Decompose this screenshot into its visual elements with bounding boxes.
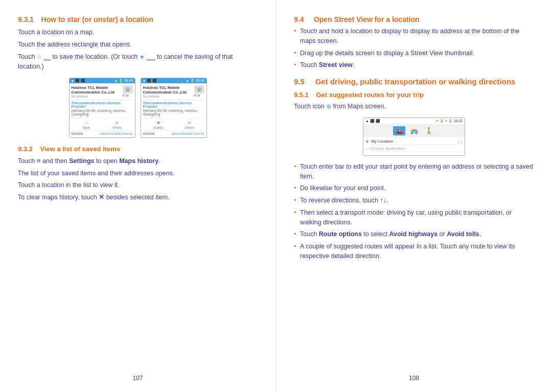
save-star-icon: ☆	[37, 53, 42, 61]
website-label-right: Website	[143, 132, 155, 135]
service-provider-left: Telecommunications Service Provider	[72, 101, 133, 108]
status-icons-left: ▲ ⬛ ⬛	[71, 79, 86, 83]
bullets-after-nav: Touch enter bar to edit your start point…	[294, 162, 534, 261]
biz-reviews-left: No reviews	[72, 95, 123, 98]
bullet-94-2: Drag up the details screen to display a …	[294, 49, 534, 58]
biz-name-right: Huizhou TCL Mobile Communication Co.,Ltd…	[143, 85, 194, 95]
para-951-suffix: from Maps screen.	[333, 103, 386, 110]
section-931-number: 9.3.1	[18, 15, 34, 24]
bullet-nav-3: To reverse directions, touch ↑↓.	[294, 196, 534, 205]
section-951-heading: 9.5.1 Get suggested routes for your trip	[294, 91, 534, 99]
nav-mode-car: 🚗	[393, 126, 405, 135]
divider-left-1	[72, 100, 133, 100]
para3-touch: Touch	[18, 53, 35, 60]
section-95-title: Get driving, public transportation or wa…	[315, 77, 516, 86]
phone-screenshots: ▲ ⬛ ⬛ ▲ 🔋 08:00 Huizhou TCL Mobile Commu…	[18, 78, 258, 138]
share-action-left: ⋖ Share	[112, 120, 121, 129]
section-94-bullets: Touch and hold a location to display to …	[294, 27, 534, 70]
section-94: 9.4 Open Street View for a location Touc…	[294, 15, 534, 70]
service-provider-right: Telecommunications Service Provider	[143, 101, 204, 108]
status-icons-right: ▲ 🔋 08:00	[114, 79, 133, 83]
nav-status-icons-right: + 🔋 + 🔋 16:22	[436, 119, 463, 123]
section-95: 9.5 Get driving, public transportation o…	[294, 77, 534, 86]
nav-mode-bar: 🚗 🚌 🚶	[363, 125, 465, 137]
share-label-right: Share	[185, 126, 193, 129]
page-number-left: 107	[132, 375, 143, 382]
bullet-nav-5: Touch Route options to select Avoid high…	[294, 229, 534, 239]
nav-signal-icon: ⬛	[370, 119, 375, 123]
bullet-nav-2: Do likewise for your end point.	[294, 183, 534, 193]
para-932-touch: Touch	[18, 157, 35, 165]
bullet-nav-1: Touch enter bar to edit your start point…	[294, 162, 534, 181]
nav-wifi-icon: ▲	[365, 119, 369, 123]
save-sub-label: Save	[43, 58, 51, 61]
section-932-heading: 9.3.2 View a list of saved items	[18, 145, 258, 153]
divider-right-1	[143, 100, 204, 100]
para-951-prefix: Touch icon	[294, 103, 325, 110]
saved-label: Saved	[154, 126, 163, 129]
biz-name-left: Huizhou TCL Mobile Communication Co.,Ltd	[72, 85, 123, 95]
nav-battery-icon: 🔋	[440, 119, 444, 123]
website-row-right: Website www.tclmobile.com.cn	[143, 130, 204, 135]
bullet5-bold1: Route options	[319, 230, 362, 238]
section-94-heading: 9.4 Open Street View for a location	[294, 15, 534, 24]
address-left: Hechang 5th Rd, Huicheng, Huizhou, Guang…	[72, 109, 133, 116]
nav-mode-bus: 🚌	[408, 126, 420, 135]
phone-content-right: Huizhou TCL Mobile Communication Co.,Ltd…	[141, 83, 206, 137]
phone-actions-right: ★ Saved ⋖ Share	[143, 118, 204, 129]
biz-icon-left: 🏢	[123, 85, 133, 94]
bullet5-prefix: Touch	[300, 230, 317, 238]
status-time-right: ▲ 🔋 08:00	[186, 79, 204, 83]
para-932-then: and then	[42, 157, 67, 165]
page-right: 9.4 Open Street View for a location Touc…	[276, 0, 552, 392]
biz-icon-right: 🏢	[194, 85, 204, 94]
biz-reviews-right: No reviews	[143, 95, 194, 98]
para-touch-address: Touch the address rectangle that opens.	[18, 40, 258, 50]
page-left: 9.3.1 How to star (or unstar) a location…	[0, 0, 276, 392]
website-label-left: Website	[72, 132, 83, 135]
nav-dest-row: ○ Choose destination...	[365, 146, 463, 152]
biz-distance-right: 4 mi	[194, 94, 204, 97]
phone-content-left: Huizhou TCL Mobile Communication Co.,Ltd…	[70, 83, 135, 137]
share-label-left: Share	[112, 126, 121, 129]
section-94-number: 9.4	[294, 15, 304, 24]
nav-dest-icon: ○	[365, 147, 368, 151]
section-951-title: Get suggested routes for your trip	[316, 91, 424, 99]
section-95-heading: 9.5 Get driving, public transportation o…	[294, 77, 534, 86]
address-right: Hechang 5th Rd, Huicheng, Huizhou, Guang…	[143, 109, 204, 116]
bullet-94-3: Touch Street view.	[294, 60, 534, 70]
section-931-heading: 9.3.1 How to star (or unstar) a location	[18, 15, 258, 24]
nav-origin-row: ✱ My Location ↑↓	[365, 139, 463, 145]
phone-screen-saved: ▲ ⬛ ⬛ ▲ 🔋 08:00 Huizhou TCL Mobile Commu…	[141, 78, 207, 138]
nav-origin-icon: ✱	[365, 140, 369, 144]
section-931-title: How to star (or unstar) a location	[41, 15, 153, 24]
para3-middle: to save the location. (Or touch	[53, 53, 138, 60]
para-932-clear-prefix: To clear maps history, touch	[18, 194, 97, 201]
bullet5-bold3: Avoid tolls	[447, 230, 479, 238]
para-932-maps: Maps history	[119, 157, 158, 165]
para-932-open: to open	[96, 157, 118, 165]
nav-plus-icon: +	[436, 119, 438, 123]
bullet5-middle: to select	[363, 230, 387, 238]
share-icon-left: ⋖	[115, 120, 119, 125]
para-touch-location: Touch a location on a map.	[18, 28, 258, 37]
bullet-nav-6: A couple of suggested routes will appear…	[294, 242, 534, 261]
biz-card-left: Huizhou TCL Mobile Communication Co.,Ltd…	[72, 85, 133, 98]
menu-icon: ≡	[37, 157, 42, 165]
section-951-number: 9.5.1	[294, 91, 309, 99]
website-url-left: www.tclmobile.com.cn	[100, 132, 133, 135]
nav-screen: ▲ ⬛ ⬛ + 🔋 + 🔋 16:22 🚗 🚌 🚶 ✱ My Location …	[363, 118, 465, 156]
bullet5-bold2: Avoid highways	[389, 230, 438, 238]
biz-distance-left: 4 mi	[123, 94, 133, 97]
saved-action: ★ Saved	[154, 120, 163, 129]
nav-misc-icon: ⬛	[376, 119, 380, 123]
section-95-number: 9.5	[294, 77, 305, 86]
para-932-2: The list of your saved items and their a…	[18, 169, 258, 178]
para-932-settings: Settings	[69, 157, 94, 165]
para-932-clear-suffix: besides selected item.	[106, 194, 170, 201]
x-icon: ✕	[99, 194, 106, 201]
saved-star-icon: ★	[156, 120, 160, 125]
website-row-left: Website www.tclmobile.com.cn	[72, 130, 133, 135]
para-932-4: To clear maps history, touch ✕ besides s…	[18, 193, 258, 202]
nav-mode-walk: 🚶	[423, 126, 435, 135]
